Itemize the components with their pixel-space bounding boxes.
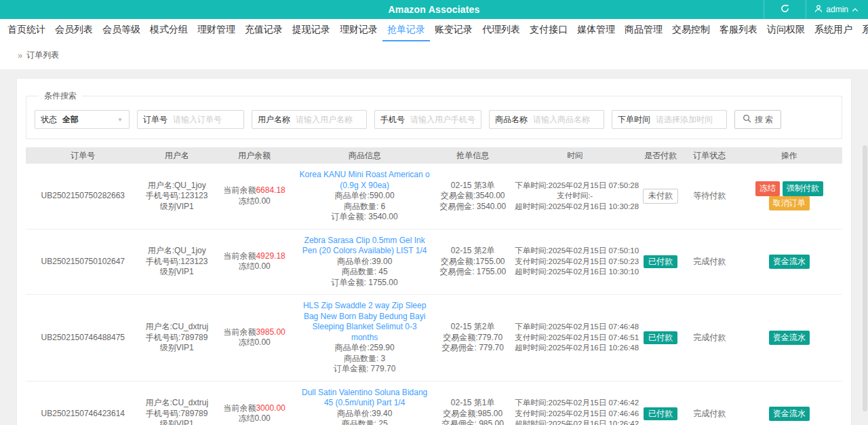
balance-line: 当前余额4929.18 bbox=[217, 251, 292, 262]
nav-item-member-list[interactable]: 会员列表 bbox=[50, 19, 98, 41]
row-actions: 冻结强制付款取消订单 bbox=[736, 181, 842, 210]
grab-info-line: 02-15 第2单 bbox=[437, 246, 508, 257]
balance-line: 当前余额3000.00 bbox=[217, 403, 292, 414]
column-header: 抢单信息 bbox=[434, 150, 511, 162]
product-name-input[interactable] bbox=[533, 115, 604, 124]
breadcrumb-label: 订单列表 bbox=[26, 50, 59, 61]
nav-item-system-users[interactable]: 系统用户 bbox=[810, 19, 857, 41]
user-balance: 当前余额6684.18冻结0.00 bbox=[214, 185, 295, 206]
nav-item-grab-records[interactable]: 抢单记录 bbox=[382, 19, 430, 41]
frozen-amount: 冻结0.00 bbox=[217, 337, 292, 348]
search-button-label: 搜 索 bbox=[755, 114, 773, 126]
paid-badge: 已付款 bbox=[644, 407, 677, 421]
fund-flow-button[interactable]: 资金流水 bbox=[769, 255, 810, 270]
user-info-line: 用户名:CU_dxtruj bbox=[144, 398, 210, 409]
product-info-line: 商品单价:590.00 bbox=[298, 191, 431, 202]
balance-label: 当前余额 bbox=[223, 327, 256, 337]
grab-info-line: 交易金额:3540.00 bbox=[437, 191, 508, 202]
nav-item-withdraw-records[interactable]: 提现记录 bbox=[288, 19, 335, 41]
search-icon bbox=[743, 114, 751, 125]
nav-item-agent-list[interactable]: 代理列表 bbox=[477, 19, 525, 41]
nav-item-access-rights[interactable]: 访问权限 bbox=[762, 19, 810, 41]
order-time-input[interactable] bbox=[656, 115, 726, 124]
nav-item-home-stats[interactable]: 首页统计 bbox=[3, 19, 50, 41]
user-info-line: 用户名:QU_1joy bbox=[144, 246, 210, 257]
user-info-line: 手机号码:123123 bbox=[144, 191, 210, 202]
product-info: Dull Satin Valentino Soluna Bidang 45 (0… bbox=[295, 388, 434, 425]
user-info: 用户名:QU_1joy手机号码:123123级别VIP1 bbox=[140, 246, 214, 278]
user-info-line: 手机号码:123123 bbox=[144, 257, 210, 267]
status-select[interactable]: 状态 全部 ▼ bbox=[35, 110, 130, 129]
search-button[interactable]: 搜 索 bbox=[734, 110, 781, 129]
nav-item-finance-records[interactable]: 理财记录 bbox=[335, 19, 382, 41]
nav-item-product-manage[interactable]: 商品管理 bbox=[620, 19, 667, 41]
product-link[interactable]: Dull Satin Valentino Soluna Bidang 45 (0… bbox=[298, 388, 431, 409]
breadcrumb-arrow-icon: » bbox=[18, 50, 22, 60]
field-product-name: 商品名称 bbox=[489, 110, 604, 129]
user-name-input[interactable] bbox=[296, 115, 366, 124]
column-header: 用户余额 bbox=[214, 150, 295, 162]
nav-item-member-level[interactable]: 会员等级 bbox=[98, 19, 145, 41]
order-no: UB2502150746423614 bbox=[26, 409, 140, 420]
breadcrumb: » 订单列表 bbox=[0, 41, 868, 69]
field-user-name: 用户名称 bbox=[252, 110, 367, 129]
fund-flow-button[interactable]: 资金流水 bbox=[769, 407, 810, 422]
product-info-line: 商品单价:259.90 bbox=[298, 343, 431, 354]
table-row: UB2502150746423614用户名:CU_dxtruj手机号码:7897… bbox=[26, 382, 842, 425]
product-info-line: 订单金额: 779.70 bbox=[298, 364, 431, 375]
table-row: UB2502150750282663用户名:QU_1joy手机号码:123123… bbox=[26, 164, 842, 229]
refresh-button[interactable] bbox=[764, 0, 806, 19]
user-menu[interactable]: admin bbox=[806, 0, 868, 19]
order-no-input[interactable] bbox=[173, 115, 243, 124]
table-header-row: 订单号用户名用户余额商品信息抢单信息时间是否付款订单状态操作 bbox=[26, 147, 842, 164]
table-row: UB2502150750102647用户名:QU_1joy手机号码:123123… bbox=[26, 229, 842, 295]
grab-info-line: 交易金额:1755.00 bbox=[437, 257, 508, 267]
nav-item-support-list[interactable]: 客服列表 bbox=[715, 19, 762, 41]
product-info-line: 商品单价:39.00 bbox=[298, 257, 431, 267]
product-info-line: 商品数量: 6 bbox=[298, 202, 431, 212]
order-no: UB2502150750102647 bbox=[26, 257, 140, 267]
grab-info-line: 02-15 第3单 bbox=[437, 181, 508, 191]
time-info-line: 下单时间:2025年02月15日 07:46:48 bbox=[515, 322, 635, 333]
force-pay-button[interactable]: 强制付款 bbox=[783, 181, 823, 196]
balance-amount: 3000.00 bbox=[256, 403, 285, 413]
time-info-line: 超时时间:2025年02月16日 10:26:48 bbox=[515, 343, 635, 354]
content-card: 条件搜索 状态 全部 ▼ 订单号用户名称手机号商品名称下单时间 搜 索 订单号用… bbox=[17, 79, 851, 425]
field-product-name-label: 商品名称 bbox=[490, 114, 533, 126]
phone-input[interactable] bbox=[410, 115, 481, 124]
nav-item-recharge-records[interactable]: 充值记录 bbox=[240, 19, 288, 41]
orders-table: 订单号用户名用户余额商品信息抢单信息时间是否付款订单状态操作 UB2502150… bbox=[26, 147, 842, 425]
product-link[interactable]: Zebra Sarasa Clip 0.5mm Gel Ink Pen (20 … bbox=[298, 236, 431, 257]
frozen-amount: 冻结0.00 bbox=[217, 413, 292, 424]
nav-item-system-menu[interactable]: 系统菜单 bbox=[857, 19, 868, 41]
product-link[interactable]: HLS Zip Swaddle 2 way Zip Sleep Bag New … bbox=[298, 301, 431, 343]
nav-item-mode-group[interactable]: 模式分组 bbox=[145, 19, 193, 41]
nav-item-finance-manage[interactable]: 理财管理 bbox=[193, 19, 240, 41]
grab-info-line: 交易佣金: 3540.00 bbox=[437, 202, 508, 212]
product-info: Zebra Sarasa Clip 0.5mm Gel Ink Pen (20 … bbox=[295, 236, 434, 289]
scrollbar[interactable] bbox=[863, 145, 867, 411]
fund-flow-button[interactable]: 资金流水 bbox=[769, 331, 810, 346]
chevron-down-icon: ▼ bbox=[111, 117, 129, 123]
grab-info-line: 交易金额:985.00 bbox=[437, 409, 508, 420]
balance-label: 当前余额 bbox=[223, 403, 256, 413]
column-header: 订单号 bbox=[26, 150, 140, 162]
nav-item-media-manage[interactable]: 媒体管理 bbox=[572, 19, 620, 41]
user-name: admin bbox=[826, 5, 848, 14]
product-info-line: 订单金额: 1755.00 bbox=[298, 278, 431, 289]
column-header: 商品信息 bbox=[295, 150, 434, 162]
product-link[interactable]: Korea KANU Mini Roast American o (0.9g X… bbox=[298, 170, 431, 191]
time-info: 下单时间:2025年02月15日 07:46:48支付时间:2025年02月15… bbox=[511, 322, 638, 354]
nav-item-balance-change-records[interactable]: 账变记录 bbox=[430, 19, 477, 41]
time-info: 下单时间:2025年02月15日 07:50:10支付时间:2025年02月15… bbox=[511, 246, 638, 278]
cancel-order-button[interactable]: 取消订单 bbox=[769, 196, 810, 211]
refresh-icon bbox=[781, 3, 789, 16]
column-header: 用户名 bbox=[140, 150, 214, 162]
nav-item-trade-control[interactable]: 交易控制 bbox=[667, 19, 715, 41]
field-order-time-label: 下单时间 bbox=[612, 114, 656, 126]
nav-item-payment-api[interactable]: 支付接口 bbox=[525, 19, 572, 41]
grab-info-line: 02-15 第2单 bbox=[437, 322, 508, 333]
paid-cell: 已付款 bbox=[638, 407, 683, 421]
freeze-button[interactable]: 冻结 bbox=[755, 181, 780, 196]
user-info-line: 级别VIP1 bbox=[144, 267, 210, 278]
